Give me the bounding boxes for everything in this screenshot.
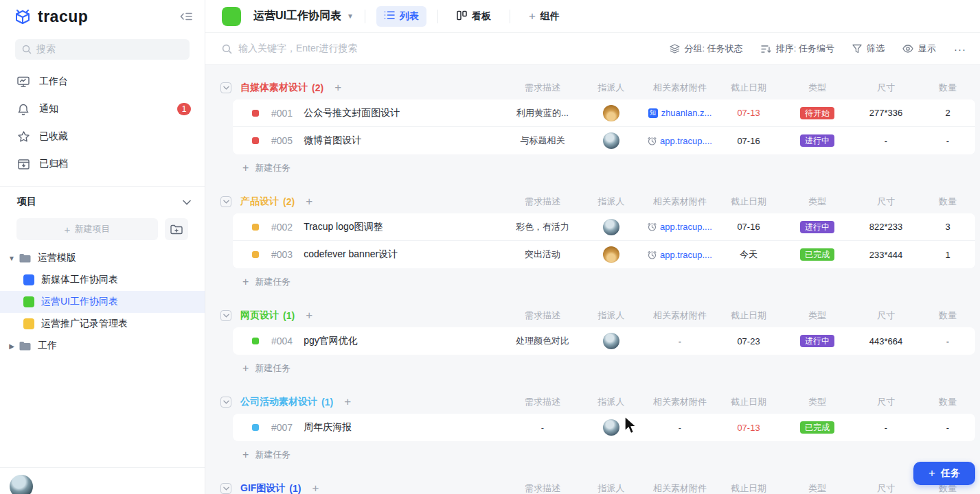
user-avatar[interactable] bbox=[10, 475, 33, 494]
divider bbox=[365, 10, 365, 23]
tree-folder-label: 工作 bbox=[38, 340, 57, 352]
tree-item-运营UI工作协同表[interactable]: 运营UI工作协同表 bbox=[0, 291, 205, 313]
collapse-group-icon[interactable] bbox=[220, 82, 231, 93]
task-status-cell: 已完成 bbox=[783, 419, 852, 436]
chevron-down-icon[interactable] bbox=[183, 196, 191, 207]
collapse-group-icon[interactable] bbox=[220, 310, 231, 321]
group-count: (1) bbox=[283, 310, 295, 321]
collapse-group-icon[interactable] bbox=[220, 397, 231, 408]
caret-down-icon[interactable]: ▼ bbox=[7, 255, 16, 262]
group-by-label: 分组: 任务状态 bbox=[685, 43, 743, 55]
tab-board[interactable]: 看板 bbox=[449, 6, 499, 27]
task-desc-cell: 突出活动 bbox=[508, 246, 577, 263]
task-attachment-cell: app.tracup.... bbox=[646, 219, 714, 235]
task-title[interactable]: 公众号推文封面图设计 bbox=[304, 107, 400, 119]
status-badge[interactable]: 已完成 bbox=[800, 248, 834, 261]
attachment-link[interactable]: app.tracup.... bbox=[648, 136, 712, 146]
assignee-avatar[interactable] bbox=[603, 419, 619, 436]
sidebar-item-archived[interactable]: 已归档 bbox=[0, 150, 205, 178]
add-task-to-group-icon[interactable]: + bbox=[306, 309, 312, 322]
group-header: 自媒体素材设计(2)+需求描述指派人相关素材附件截止日期类型尺寸数量 bbox=[220, 76, 975, 99]
tree-item-新媒体工作协同表[interactable]: 新媒体工作协同表 bbox=[0, 269, 205, 291]
task-title[interactable]: Tracup logo图调整 bbox=[304, 221, 383, 233]
table-row[interactable]: #005微博首图设计与标题相关app.tracup....07-16进行中-- bbox=[233, 127, 975, 154]
attachment-link[interactable]: 知zhuanlan.z... bbox=[648, 108, 712, 118]
assignee-avatar[interactable] bbox=[603, 132, 619, 149]
assignee-avatar[interactable] bbox=[603, 333, 619, 349]
tree-item-运营推广记录管理表[interactable]: 运营推广记录管理表 bbox=[0, 313, 205, 335]
assignee-avatar[interactable] bbox=[603, 246, 619, 263]
clock-icon bbox=[648, 137, 657, 145]
table-row[interactable]: #001公众号推文封面图设计利用黄蓝的...知zhuanlan.z...07-1… bbox=[233, 99, 975, 127]
tree-folder-运营模版[interactable]: ▼运营模版 bbox=[0, 247, 205, 269]
table-row[interactable]: #003codefever banner设计突出活动app.tracup....… bbox=[233, 241, 975, 268]
add-folder-button[interactable] bbox=[165, 218, 188, 240]
tab-list[interactable]: 列表 bbox=[376, 6, 426, 27]
sidebar-item-workbench[interactable]: 工作台 bbox=[0, 68, 205, 95]
attachment-link[interactable]: app.tracup.... bbox=[648, 222, 712, 232]
add-task-button[interactable]: +新建任务 bbox=[233, 355, 975, 382]
new-project-button[interactable]: + 新建项目 bbox=[16, 218, 158, 240]
caret-right-icon[interactable]: ▶ bbox=[7, 342, 16, 350]
status-badge[interactable]: 进行中 bbox=[800, 335, 834, 347]
task-assignee-cell bbox=[577, 333, 646, 349]
more-control[interactable]: ··· bbox=[954, 43, 966, 55]
task-title[interactable]: codefever banner设计 bbox=[304, 248, 398, 261]
group-header: 网页设计(1)+需求描述指派人相关素材附件截止日期类型尺寸数量 bbox=[220, 304, 975, 327]
task-main-cell: #003codefever banner设计 bbox=[233, 248, 508, 261]
task-size-cell: 277*336 bbox=[852, 105, 920, 121]
group-header-left: 网页设计(1)+ bbox=[220, 309, 508, 322]
sidebar-collapse-icon[interactable] bbox=[180, 11, 192, 22]
status-badge[interactable]: 已完成 bbox=[800, 421, 834, 434]
task-status-cell: 进行中 bbox=[783, 219, 852, 235]
sidebar-item-favorites[interactable]: 已收藏 bbox=[0, 123, 205, 150]
task-title[interactable]: 周年庆海报 bbox=[304, 421, 352, 434]
add-task-button[interactable]: +新建任务 bbox=[233, 441, 975, 469]
view-tabs: 列表看板+组件 bbox=[376, 5, 567, 27]
add-task-to-group-icon[interactable]: + bbox=[306, 195, 312, 209]
group-by-control[interactable]: 分组: 任务状态 bbox=[670, 43, 743, 55]
tab-component[interactable]: +组件 bbox=[521, 5, 567, 27]
clock-icon bbox=[648, 250, 657, 259]
assignee-avatar[interactable] bbox=[603, 105, 619, 121]
task-qty-cell: 2 bbox=[920, 105, 975, 121]
projects-section-header[interactable]: 项目 bbox=[0, 187, 205, 217]
assignee-avatar[interactable] bbox=[603, 219, 619, 235]
tree-folder-工作[interactable]: ▶工作 bbox=[0, 335, 205, 357]
task-size-cell: - bbox=[852, 419, 920, 436]
collapse-group-icon[interactable] bbox=[220, 196, 231, 207]
task-title[interactable]: pgy官网优化 bbox=[304, 335, 358, 347]
add-task-to-group-icon[interactable]: + bbox=[334, 81, 341, 95]
task-id: #002 bbox=[271, 222, 293, 233]
task-rows-card: #004pgy官网优化处理颜色对比-07-23进行中443*664- bbox=[233, 327, 975, 355]
zhihu-icon: 知 bbox=[648, 108, 658, 118]
add-task-to-group-icon[interactable]: + bbox=[312, 482, 319, 494]
task-title[interactable]: 微博首图设计 bbox=[304, 134, 361, 147]
add-task-button[interactable]: +新建任务 bbox=[233, 268, 975, 296]
table-row[interactable]: #004pgy官网优化处理颜色对比-07-23进行中443*664- bbox=[233, 327, 975, 355]
filter-control[interactable]: 筛选 bbox=[852, 43, 885, 55]
tree-folder-label: 运营模版 bbox=[38, 252, 76, 264]
table-row[interactable]: #007周年庆海报--07-13已完成-- bbox=[233, 414, 975, 441]
table-row[interactable]: #002Tracup logo图调整彩色，有活力app.tracup....07… bbox=[233, 213, 975, 241]
tracup-logo-icon bbox=[14, 8, 32, 25]
new-task-fab-button[interactable]: + 任务 bbox=[913, 462, 975, 485]
sort-by-control[interactable]: 排序: 任务编号 bbox=[761, 43, 834, 55]
status-badge[interactable]: 进行中 bbox=[800, 221, 834, 233]
sidebar-search-input[interactable]: 搜索 bbox=[15, 39, 190, 60]
title-caret-icon[interactable]: ▼ bbox=[347, 12, 354, 20]
display-control[interactable]: 显示 bbox=[902, 43, 936, 55]
collapse-group-icon[interactable] bbox=[220, 483, 231, 494]
column-header: 指派人 bbox=[577, 82, 646, 94]
task-due-date-cell: 07-23 bbox=[714, 333, 783, 349]
sidebar-item-notifications[interactable]: 通知1 bbox=[0, 95, 205, 123]
attachment-link[interactable]: app.tracup.... bbox=[648, 250, 712, 260]
status-badge[interactable]: 待开始 bbox=[800, 107, 834, 119]
add-task-to-group-icon[interactable]: + bbox=[344, 395, 351, 409]
add-task-button[interactable]: +新建任务 bbox=[233, 154, 975, 182]
task-main-cell: #001公众号推文封面图设计 bbox=[233, 107, 508, 119]
task-cells: 利用黄蓝的...知zhuanlan.z...07-13待开始277*3362 bbox=[508, 105, 975, 121]
column-header: 截止日期 bbox=[714, 82, 783, 94]
table-search-input[interactable]: 输入关键字，Enter进行搜索 bbox=[222, 43, 670, 55]
status-badge[interactable]: 进行中 bbox=[800, 134, 834, 147]
